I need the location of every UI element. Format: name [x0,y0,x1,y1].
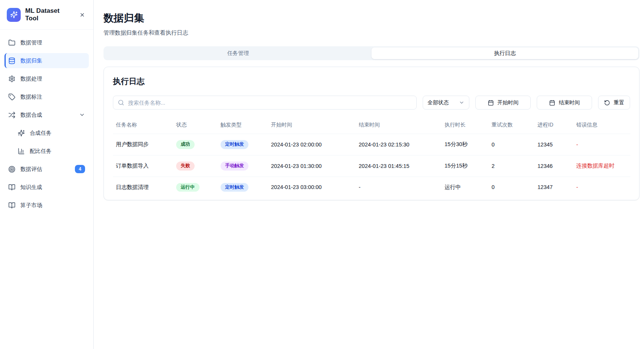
database-icon [8,57,15,64]
column-header: 开始时间 [268,116,356,134]
end-time-button[interactable]: 结束时间 [537,96,592,110]
status-badge: 失败 [176,162,195,171]
sidebar-item-knowledge-generation[interactable]: 知识生成 [5,180,89,195]
status-cell: 失败 [173,155,218,177]
task-name-cell: 用户数据同步 [113,134,173,155]
trigger-badge: 手动触发 [221,162,248,171]
sidebar-item-data-synthesis[interactable]: 数据合成 [5,107,89,122]
filter-toolbar: 全部状态 开始时间 结束时间 重置 [113,96,630,110]
start-time-button[interactable]: 开始时间 [475,96,531,110]
tab-bar: 任务管理 执行日志 [104,46,639,60]
search-input[interactable] [128,100,412,106]
start-time-label: 开始时间 [498,99,519,106]
search-box [113,96,417,110]
table-header: 任务名称状态触发类型开始时间结束时间执行时长重试次数进程ID错误信息 [113,116,630,134]
sidebar-item-data-annotation[interactable]: 数据标注 [5,89,89,104]
sidebar-item-label: 数据评估 [20,166,42,173]
sidebar-item-data-evaluation[interactable]: 数据评估 4 [5,162,89,177]
card-title: 执行日志 [113,76,630,87]
search-icon [118,99,124,106]
sidebar-item-label: 数据合成 [20,111,42,119]
close-icon [79,12,85,18]
column-header: 结束时间 [356,116,442,134]
sidebar-item-label: 数据标注 [20,93,42,101]
column-header: 重试次数 [489,116,534,134]
table-row: 订单数据导入 失败 手动触发 2024-01-23 01:30:00 2024-… [113,155,630,177]
sidebar-item-label: 数据归集 [20,57,42,64]
process-id-cell: 12345 [534,134,573,155]
reset-icon [604,100,610,106]
end-time-cell: 2024-01-23 01:45:15 [356,155,442,177]
trigger-cell: 定时触发 [218,177,268,198]
column-header: 错误信息 [573,116,630,134]
sidebar-item-label: 配比任务 [30,148,52,155]
end-time-cell: 2024-01-23 02:15:30 [356,134,442,155]
trigger-cell: 手动触发 [218,155,268,177]
process-id-cell: 12347 [534,177,573,198]
tag-icon [8,93,15,101]
sidebar-item-data-processing[interactable]: 数据处理 [5,71,89,86]
process-id-cell: 12346 [534,155,573,177]
gear-icon [8,75,15,82]
bar-chart-icon [18,148,25,155]
status-cell: 运行中 [173,177,218,198]
app-title: ML Dataset Tool [25,7,73,22]
sidebar: ML Dataset Tool 数据管理 数据归集 数据处理 数据标注 数据合成 [0,0,94,349]
end-time-cell: - [356,177,442,198]
sparkles-icon [18,130,25,137]
column-header: 状态 [173,116,218,134]
status-badge: 运行中 [176,183,199,192]
error-message-cell: 连接数据库超时 [573,155,630,177]
sidebar-item-synthesis-tasks[interactable]: 合成任务 [14,125,89,140]
retry-count-cell: 0 [489,134,534,155]
sidebar-item-label: 合成任务 [30,130,52,137]
column-header: 任务名称 [113,116,173,134]
retry-count-cell: 2 [489,155,534,177]
sidebar-nav: 数据管理 数据归集 数据处理 数据标注 数据合成 合成任务 配比任务 [0,30,93,349]
task-name-cell: 日志数据清理 [113,177,173,198]
calendar-icon [549,100,555,106]
table-row: 用户数据同步 成功 定时触发 2024-01-23 02:00:00 2024-… [113,134,630,155]
main-content: 数据归集 管理数据归集任务和查看执行日志 任务管理 执行日志 执行日志 全部状态… [94,0,644,349]
target-icon [8,166,15,173]
folder-icon [8,39,15,46]
status-badge: 成功 [176,140,195,149]
sidebar-item-label: 算子市场 [20,202,42,209]
duration-cell: 15分30秒 [442,134,489,155]
book-icon [8,184,15,191]
task-name-cell: 订单数据导入 [113,155,173,177]
status-filter-select[interactable]: 全部状态 [423,96,469,110]
app-logo [7,8,21,22]
reset-button[interactable]: 重置 [598,96,630,110]
duration-cell: 15分15秒 [442,155,489,177]
sidebar-item-label: 知识生成 [20,184,42,191]
status-filter-value: 全部状态 [428,99,449,106]
tab-task-management[interactable]: 任务管理 [105,47,371,59]
sidebar-header: ML Dataset Tool [0,0,93,30]
sidebar-item-operator-market[interactable]: 算子市场 [5,198,89,213]
sidebar-item-ratio-tasks[interactable]: 配比任务 [14,143,89,158]
table-row: 日志数据清理 运行中 定时触发 2024-01-23 03:00:00 - 运行… [113,177,630,198]
shuffle-icon [8,111,15,119]
chevron-down-icon [79,112,85,118]
sidebar-item-label: 数据管理 [20,39,42,46]
trigger-cell: 定时触发 [218,134,268,155]
start-time-cell: 2024-01-23 02:00:00 [268,134,356,155]
page-title: 数据归集 [104,11,639,25]
tab-execution-log[interactable]: 执行日志 [371,47,638,59]
count-badge: 4 [75,165,85,173]
trigger-badge: 定时触发 [221,183,248,192]
sidebar-item-data-management[interactable]: 数据管理 [5,35,89,50]
sidebar-item-data-collection[interactable]: 数据归集 [5,53,89,68]
error-message-cell: - [573,134,630,155]
page-subtitle: 管理数据归集任务和查看执行日志 [104,29,639,37]
chevron-down-icon [459,100,464,105]
close-sidebar-button[interactable] [78,10,87,19]
status-cell: 成功 [173,134,218,155]
column-header: 触发类型 [218,116,268,134]
book-icon [8,202,15,209]
trigger-badge: 定时触发 [221,140,248,149]
column-header: 进程ID [534,116,573,134]
sparkles-icon [10,11,18,18]
end-time-label: 结束时间 [559,99,580,106]
